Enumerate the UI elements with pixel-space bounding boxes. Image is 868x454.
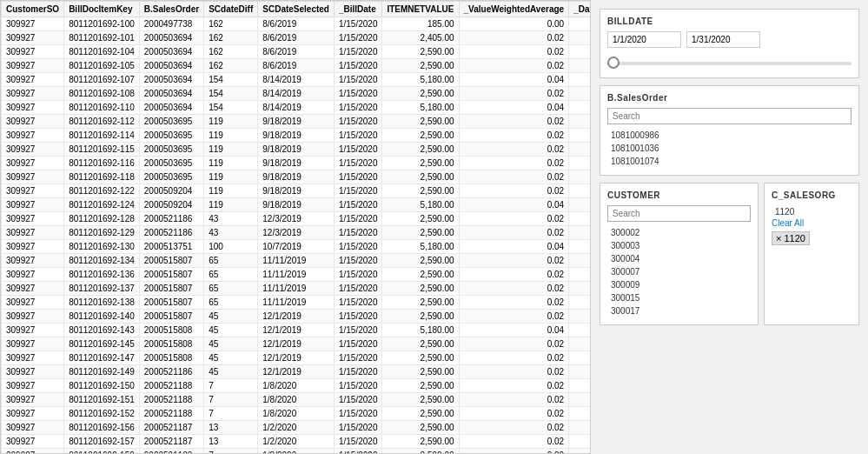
cell-23-6: 2,590.00	[382, 337, 459, 351]
cell-24-6: 2,590.00	[382, 351, 459, 365]
bsalesorder-search-input[interactable]	[607, 108, 851, 124]
date-slider[interactable]	[607, 55, 851, 70]
cell-0-8: 0.25	[569, 17, 590, 31]
cell-23-0: 309927	[2, 337, 64, 351]
salesorg-clear-all[interactable]: Clear All	[772, 218, 851, 228]
cell-15-7: 0.02	[459, 226, 569, 240]
cell-11-4: 9/18/2019	[258, 170, 335, 184]
table-row: 3099278011201692-1572000521187131/2/2020…	[2, 435, 591, 449]
cell-0-1: 8011201692-100	[64, 17, 140, 31]
cell-10-8: 2.53	[569, 157, 590, 170]
col-header-valueweightedavg[interactable]: _ValueWeightedAverage	[459, 2, 569, 17]
col-header-itemnetvalue[interactable]: ITEMNETVALUE	[382, 2, 459, 17]
cell-28-2: 2000521188	[139, 407, 203, 421]
cell-5-6: 2,590.00	[382, 87, 459, 101]
customer-item-5[interactable]: 300015	[607, 291, 751, 304]
cell-0-7: 0.00	[459, 17, 569, 31]
cell-28-4: 1/8/2020	[258, 407, 335, 421]
table-container[interactable]: CustomerSO BillDocItemKey B.SalesOrder S…	[1, 1, 590, 453]
cell-22-6: 5,180.00	[382, 324, 459, 337]
col-header-customerso[interactable]: CustomerSO	[2, 2, 64, 17]
billdate-end-input[interactable]	[686, 31, 760, 48]
cell-2-6: 2,590.00	[382, 45, 459, 59]
cell-12-3: 119	[204, 184, 258, 198]
cell-31-7: 0.02	[459, 449, 569, 454]
cell-19-4: 11/11/2019	[258, 282, 335, 296]
cell-20-1: 8011201692-138	[64, 296, 140, 310]
cell-24-0: 309927	[2, 351, 64, 365]
cell-19-8: 1.38	[569, 282, 590, 296]
customer-item-2[interactable]: 300004	[607, 252, 751, 265]
billdate-filter: BILLDATE	[600, 9, 859, 78]
cell-6-4: 8/14/2019	[258, 101, 335, 115]
table-row: 3099278011201692-11820005036951199/18/20…	[2, 170, 591, 184]
cell-18-0: 309927	[2, 268, 64, 282]
cell-26-0: 309927	[2, 379, 64, 393]
cell-26-5: 1/15/2020	[334, 379, 382, 393]
cell-5-5: 1/15/2020	[334, 87, 382, 101]
cell-8-0: 309927	[2, 129, 64, 143]
cell-24-5: 1/15/2020	[334, 351, 382, 365]
bsalesorder-item-2[interactable]: 1081001074	[607, 155, 851, 168]
cell-21-5: 1/15/2020	[334, 310, 382, 324]
table-row: 3099278011201692-159200052118871/8/20201…	[2, 449, 591, 454]
cell-25-0: 309927	[2, 365, 64, 379]
customer-search-input[interactable]	[607, 205, 751, 222]
cell-16-1: 8011201692-130	[64, 240, 140, 254]
cell-21-8: 0.96	[569, 310, 590, 324]
cell-18-3: 65	[204, 268, 258, 282]
cell-17-1: 8011201692-134	[64, 254, 140, 268]
cell-9-5: 1/15/2020	[334, 143, 382, 157]
cell-25-5: 1/15/2020	[334, 365, 382, 379]
cell-19-5: 1/15/2020	[334, 282, 382, 296]
bsalesorder-item-1[interactable]: 1081001036	[607, 142, 851, 155]
cell-9-6: 2,590.00	[382, 143, 459, 157]
col-header-billdate[interactable]: _BillDate	[334, 2, 382, 17]
table-row: 3099278011201692-10720005036941548/14/20…	[2, 73, 591, 87]
customer-item-1[interactable]: 300003	[607, 239, 751, 252]
cell-4-3: 154	[204, 73, 258, 87]
cell-1-7: 0.02	[459, 31, 569, 45]
customer-item-6[interactable]: 300017	[607, 304, 751, 317]
table-row: 3099278011201692-14520005158084512/1/201…	[2, 337, 591, 351]
bsalesorder-item-0[interactable]: 1081000986	[607, 129, 851, 142]
cell-5-3: 154	[204, 87, 258, 101]
cell-27-0: 309927	[2, 393, 64, 407]
cell-31-8: 0.15	[569, 449, 590, 454]
cell-14-7: 0.02	[459, 212, 569, 226]
col-header-scdateselected[interactable]: SCDateSelected	[258, 2, 335, 17]
cell-18-1: 8011201692-136	[64, 268, 140, 282]
cell-2-5: 1/15/2020	[334, 45, 382, 59]
table-header-row: CustomerSO BillDocItemKey B.SalesOrder S…	[2, 2, 591, 17]
table-row: 3099278011201692-10120005036941628/6/201…	[2, 31, 591, 45]
customer-item-4[interactable]: 300009	[607, 278, 751, 291]
table-row: 3099278011201692-13620005158076511/11/20…	[2, 268, 591, 282]
cell-4-7: 0.04	[459, 73, 569, 87]
cell-9-7: 0.02	[459, 143, 569, 157]
customer-item-0[interactable]: 300002	[607, 226, 751, 239]
billdate-start-input[interactable]	[607, 31, 681, 48]
col-header-daysweightedav[interactable]: _DaysWeightedAv	[569, 2, 590, 17]
cell-5-4: 8/14/2019	[258, 87, 335, 101]
cell-17-8: 2.77	[569, 254, 590, 268]
col-header-bsalesorder[interactable]: B.SalesOrder	[139, 2, 203, 17]
cell-20-5: 1/15/2020	[334, 296, 382, 310]
customer-item-3[interactable]: 300007	[607, 265, 751, 278]
table-row: 3099278011201692-10420005036941628/6/201…	[2, 45, 591, 59]
slider-thumb[interactable]	[607, 57, 620, 69]
cell-13-2: 2000509204	[139, 198, 203, 212]
cell-12-1: 8011201692-122	[64, 184, 140, 198]
cell-30-3: 13	[204, 435, 258, 449]
cell-30-6: 2,590.00	[382, 435, 459, 449]
cell-25-4: 12/1/2019	[258, 365, 335, 379]
cell-25-2: 2000521186	[139, 365, 203, 379]
col-header-billdocitemkey[interactable]: BillDocItemKey	[64, 2, 140, 17]
date-range	[607, 31, 851, 48]
salesorg-tag[interactable]: × 1120	[772, 231, 810, 245]
cell-14-2: 2000521186	[139, 212, 203, 226]
col-header-scdatediff[interactable]: SCdateDiff	[204, 2, 258, 17]
cell-15-0: 309927	[2, 226, 64, 240]
cell-2-3: 162	[204, 45, 258, 59]
cell-4-6: 5,180.00	[382, 73, 459, 87]
cell-16-8: 4.26	[569, 240, 590, 254]
